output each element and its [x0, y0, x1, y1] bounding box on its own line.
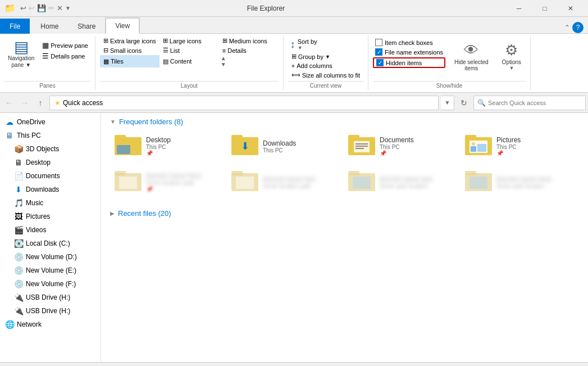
folder-pictures[interactable]: Pictures This PC 📌 [461, 130, 573, 162]
tiles-button[interactable]: ▦ Tiles [100, 55, 159, 67]
sidebar-item-music[interactable]: 🎵 Music [0, 196, 101, 210]
details-pane-button[interactable]: ☰ Details pane [40, 51, 90, 61]
group-by-button[interactable]: ⊞ Group by ▼ [288, 52, 363, 61]
group-icon: ⊞ [291, 53, 297, 60]
network-label: Network [17, 320, 42, 328]
content-area: ▼ Frequent folders (8) Desktop [101, 113, 588, 362]
svg-rect-13 [465, 135, 476, 139]
size-all-columns-button[interactable]: ⟺ Size all columns to fit [288, 70, 363, 80]
folder-desktop[interactable]: Desktop This PC 📌 [110, 130, 222, 162]
extra-large-icons-button[interactable]: ⊞ Extra large icons [100, 36, 159, 46]
medium-icons-button[interactable]: ⊞ Medium icons [219, 36, 279, 46]
small-icons-button[interactable]: ⊟ Small icons [100, 46, 159, 55]
folder-blurred-4-info: blurred name here Some path location [496, 175, 551, 189]
recent-files-title: Recent files (20) [118, 209, 171, 218]
item-check-boxes-checkbox[interactable] [375, 39, 382, 46]
sidebar-item-usbdrive-h2[interactable]: 🔌 USB Drive (H:) [0, 304, 101, 318]
minimize-button[interactable]: ─ [506, 0, 532, 17]
folder-blurred-3[interactable]: blurred name text Some path location [344, 166, 456, 198]
sidebar-item-3dobjects[interactable]: 📦 3D Objects [0, 142, 101, 156]
sidebar-item-onedrive[interactable]: ☁ OneDrive [0, 115, 101, 129]
details-button[interactable]: ≡ Details [219, 46, 279, 55]
tab-home[interactable]: Home [31, 19, 68, 34]
frequent-folders-chevron: ▼ [110, 119, 116, 125]
extra-large-icon: ⊞ [103, 37, 108, 44]
folder-desktop-pin: 📌 [146, 150, 171, 156]
folder-downloads[interactable]: ⬇ Downloads This PC [227, 130, 339, 162]
folder-desktop-name: Desktop [146, 136, 171, 144]
layout-expand-button[interactable]: ▲▼ [219, 55, 228, 67]
folder-blurred-2-name: blurred name text [263, 175, 315, 183]
item-check-boxes-label: Item check boxes [385, 39, 433, 46]
sidebar-item-newvolume-f[interactable]: 💿 New Volume (F:) [0, 277, 101, 291]
help-icon[interactable]: ? [572, 22, 584, 33]
navigation-pane-button[interactable]: ▤ Navigationpane ▼ [4, 38, 38, 70]
folder-documents[interactable]: Documents This PC 📌 [344, 130, 456, 162]
folder-desktop-icon-wrapper [115, 133, 142, 160]
frequent-folders-header[interactable]: ▼ Frequent folders (8) [110, 118, 579, 126]
documents-icon: 📄 [13, 171, 24, 181]
folder-documents-pin: 📌 [380, 150, 414, 156]
sidebar-item-downloads[interactable]: ⬇ Downloads [0, 183, 101, 196]
search-box[interactable]: 🔍 [473, 96, 586, 110]
sidebar-item-documents[interactable]: 📄 Documents [0, 169, 101, 183]
sidebar-item-newvolume-d[interactable]: 💿 New Volume (D:) [0, 250, 101, 264]
folder-downloads-path: This PC [263, 147, 296, 153]
maximize-button[interactable]: □ [532, 0, 558, 17]
hide-selected-button[interactable]: 👁 Hide selecteditems [452, 39, 491, 74]
close-button[interactable]: ✕ [558, 0, 584, 17]
localdisk-label: Local Disk (C:) [26, 240, 70, 247]
ribbon: ▤ Navigationpane ▼ ▦ Preview pane ☰ Deta… [0, 34, 588, 93]
sidebar-item-pictures[interactable]: 🖼 Pictures [0, 210, 101, 223]
forward-button[interactable]: → [18, 96, 31, 110]
back-button[interactable]: ← [2, 96, 16, 110]
hidden-items-checkbox[interactable]: ✓ [376, 59, 384, 66]
folder-blurred-4[interactable]: blurred name here Some path location [461, 166, 573, 198]
sidebar-item-usbdrive-h1[interactable]: 🔌 USB Drive (H:) [0, 291, 101, 304]
sidebar-item-desktop[interactable]: 🖥 Desktop [0, 156, 101, 169]
item-check-boxes-row[interactable]: Item check boxes [373, 38, 445, 47]
detail-view-toggle[interactable]: ≡ [560, 364, 571, 367]
options-button[interactable]: ⚙ Options ▼ [500, 39, 523, 73]
show-hide-content: Item check boxes ✓ File name extensions … [373, 36, 526, 80]
hidden-items-row[interactable]: ✓ Hidden items [373, 57, 445, 68]
hide-selected-label: Hide selecteditems [454, 59, 489, 71]
recent-files-header[interactable]: ▶ Recent files (20) [110, 207, 579, 220]
folder-icon: 📁 [4, 3, 16, 13]
show-hide-section-label: Show/hide [373, 81, 526, 90]
newvolume-d-icon: 💿 [13, 252, 24, 262]
sidebar-item-newvolume-e[interactable]: 💿 New Volume (E:) [0, 264, 101, 277]
list-button[interactable]: ☰ List [159, 46, 219, 55]
refresh-button[interactable]: ↻ [457, 96, 471, 110]
file-name-extensions-row[interactable]: ✓ File name extensions [373, 48, 445, 56]
tile-view-toggle[interactable]: ▦ [572, 364, 584, 367]
preview-pane-button[interactable]: ▦ Preview pane [40, 40, 90, 50]
sidebar-item-videos[interactable]: 🎬 Videos [0, 223, 101, 237]
sidebar-item-thispc[interactable]: 🖥 This PC [0, 129, 101, 142]
sort-by-button[interactable]: ↕ Sort by ▼ [288, 37, 363, 52]
sidebar: ☁ OneDrive 🖥 This PC 📦 3D Objects 🖥 Desk… [0, 113, 101, 362]
address-bar: ← → ↑ ★ Quick access ▼ ↻ 🔍 [0, 93, 588, 113]
tab-file[interactable]: File [0, 19, 30, 34]
group-chevron: ▼ [325, 54, 330, 60]
add-columns-button[interactable]: + Add columns [288, 61, 363, 70]
folder-blurred-1[interactable]: blurred name here Some location path 📌 [110, 166, 222, 198]
ribbon-collapse-icon[interactable]: ⌃ [564, 24, 570, 31]
search-input[interactable] [488, 100, 582, 106]
sidebar-item-localdisk[interactable]: 💽 Local Disk (C:) [0, 237, 101, 250]
tab-share[interactable]: Share [68, 19, 105, 34]
address-dropdown[interactable]: ▼ [441, 96, 454, 110]
svg-rect-8 [354, 141, 370, 152]
sidebar-item-network[interactable]: 🌐 Network [0, 318, 101, 331]
tab-view[interactable]: View [105, 17, 140, 34]
large-icons-button[interactable]: ⊞ Large icons [159, 36, 219, 46]
address-text: Quick access [63, 99, 103, 107]
folder-blurred-2[interactable]: blurred name text Some location path [227, 166, 339, 198]
content-button[interactable]: ▤ Content [159, 55, 219, 67]
preview-pane-label: Preview pane [51, 42, 88, 49]
up-button[interactable]: ↑ [34, 96, 47, 110]
svg-rect-16 [477, 144, 486, 152]
folder-pictures-icon [465, 133, 492, 160]
file-name-extensions-checkbox[interactable]: ✓ [375, 48, 382, 56]
address-path[interactable]: ★ Quick access [49, 96, 439, 110]
